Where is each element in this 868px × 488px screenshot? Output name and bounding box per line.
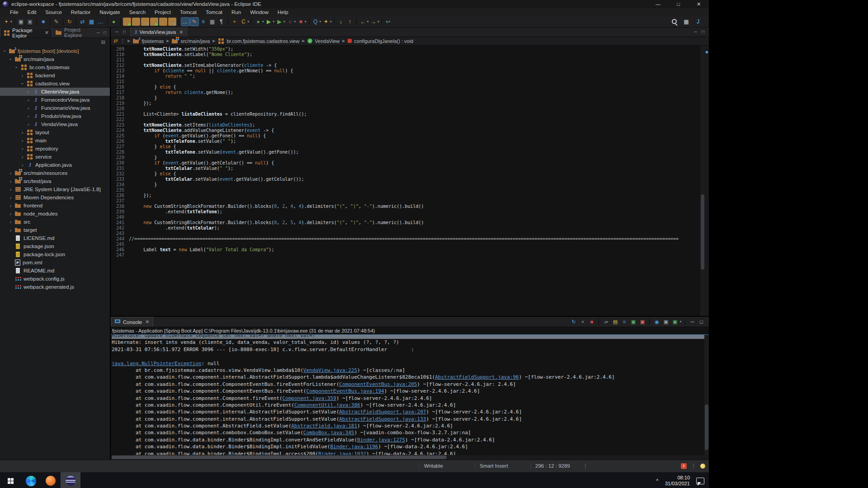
menu-item-project[interactable]: Project (150, 8, 175, 16)
menu-item-help[interactable]: Help (273, 8, 293, 16)
terminate-icon[interactable]: ■ (588, 318, 595, 326)
stacktrace-link[interactable]: AbstractFieldSupport.java:207 (339, 409, 426, 415)
tree-item-backend[interactable]: ›backend (0, 71, 110, 80)
restore-view-icon[interactable]: ─ (115, 29, 118, 34)
server-config-icon[interactable]: ⇄ (79, 18, 87, 26)
breadcrumb-menu-icon[interactable]: ⋮ (120, 38, 125, 43)
stacktrace-link[interactable]: Binder.java:1196 (330, 444, 378, 450)
tree-item-funcionarioview-java[interactable]: ›JFuncionarioView.java (0, 104, 110, 112)
new-java-element-icon[interactable]: + (231, 18, 239, 26)
back-dropdown-icon[interactable]: ▾ (367, 20, 369, 23)
tree-arrow-icon[interactable]: › (14, 66, 19, 70)
java-perspective-icon[interactable]: J (694, 18, 702, 26)
tree-item-pom-xml[interactable]: Ppom.xml (0, 258, 110, 267)
refresh-icon[interactable]: ↻ (66, 18, 74, 26)
tree-arrow-icon[interactable]: › (9, 219, 13, 225)
coverage-dropdown-icon[interactable]: ▾ (283, 20, 285, 23)
tree-arrow-icon[interactable]: › (9, 170, 13, 176)
editor-scrollbar-thumb[interactable] (701, 194, 704, 270)
tree-arrow-icon[interactable]: › (20, 154, 24, 160)
tree-item-clienteview-java[interactable]: ›JClienteView.java (0, 88, 110, 96)
forward-dropdown-icon[interactable]: ▾ (377, 20, 379, 23)
tree-arrow-icon[interactable]: › (26, 122, 30, 127)
menu-item-search[interactable]: Search (125, 8, 150, 16)
maximize-button[interactable]: □ (668, 0, 689, 8)
console-hscrollbar-thumb[interactable] (112, 455, 447, 459)
scroll-lock-icon[interactable]: ▤ (611, 318, 619, 326)
taskbar-eclipse-button[interactable] (61, 472, 80, 488)
external-tools-icon[interactable]: ■ (297, 18, 305, 26)
menu-item-run[interactable]: Run (227, 8, 245, 16)
tree-arrow-icon[interactable]: › (20, 138, 24, 143)
menu-item-file[interactable]: File (5, 8, 23, 16)
tree-item-package-json[interactable]: package.json (0, 242, 110, 250)
tree-item-br-com-fjsistemas[interactable]: ›br.com.fjsistemas (0, 63, 110, 71)
tree-item-cadastros-view[interactable]: ›cadastros.view (0, 80, 110, 88)
tree-item-node-modules[interactable]: ›node_modules (0, 210, 110, 218)
breadcrumb-item-vendaview[interactable]: CVendaView (307, 38, 340, 44)
menu-item-refactor[interactable]: Refactor (66, 8, 95, 16)
taskbar-edge-button[interactable] (21, 472, 41, 488)
tree-item-repository[interactable]: ›repository (0, 145, 110, 153)
stacktrace-link[interactable]: AbstractFieldSupport.java:96 (435, 374, 519, 380)
close-icon[interactable]: ✕ (45, 30, 49, 36)
tree-item-layout[interactable]: ›layout (0, 128, 110, 136)
tree-arrow-icon[interactable]: › (9, 187, 13, 192)
menu-item-source[interactable]: Source (41, 8, 66, 16)
tree-item-webpack-generated-js[interactable]: webpack.generated.js (0, 283, 110, 291)
tree-arrow-icon[interactable]: › (20, 130, 24, 135)
tree-item-service[interactable]: ›service (0, 153, 110, 161)
tree-item-frontend[interactable]: ›frontend (0, 202, 110, 210)
tips-icon[interactable] (700, 464, 705, 469)
menu-item-window[interactable]: Window (245, 8, 273, 16)
tree-item-src-main-java[interactable]: ›src/main/java (0, 55, 110, 63)
stacktrace-link[interactable]: ComboBox.java:345 (303, 430, 354, 436)
new-class-dropdown-icon[interactable]: ▾ (248, 20, 250, 23)
stacktrace-link[interactable]: AbstractFieldSupport.java:133 (339, 416, 426, 422)
pin-console-icon[interactable]: ◉ (653, 318, 660, 326)
tree-arrow-icon[interactable]: › (20, 162, 24, 168)
show-whitespace-icon[interactable]: ▦ (208, 18, 217, 26)
collapse-all-icon[interactable]: ⊟ (101, 39, 105, 45)
show-stderr-icon[interactable]: ▣ (638, 318, 646, 326)
run-dropdown-icon[interactable]: ▾ (273, 20, 275, 23)
tree-arrow-icon[interactable]: › (20, 82, 25, 86)
tree-arrow-icon[interactable]: › (26, 113, 30, 119)
coverage-icon[interactable]: ▶ (275, 18, 283, 26)
open-console-icon[interactable]: ▣ (671, 318, 679, 326)
taskbar-clock[interactable]: 08:10 31/03/2021 (665, 475, 690, 487)
minimize-view-icon[interactable]: ─ (97, 30, 100, 35)
tree-arrow-icon[interactable]: › (9, 203, 13, 208)
tab-vendaview-java[interactable]: J VendaView.java ✕ (130, 28, 187, 37)
tree-item-license-md[interactable]: LICENSE.md (0, 234, 110, 242)
tree-item-produtoview-java[interactable]: ›JProdutoView.java (0, 112, 110, 120)
tree-arrow-icon[interactable]: › (9, 178, 13, 184)
debug-dropdown-icon[interactable]: ▾ (262, 20, 264, 23)
tomcat-start-1-icon[interactable]: ▶ (123, 18, 131, 26)
next-annotation-icon[interactable]: ↓ (337, 18, 345, 26)
tree-arrow-icon[interactable]: › (8, 57, 14, 61)
tree-arrow-icon[interactable]: › (26, 89, 30, 94)
tab-console[interactable]: Console ✕ (111, 317, 153, 327)
external-tools-dropdown-icon[interactable]: ▾ (305, 20, 307, 23)
relaunch-icon[interactable]: ↻ (570, 318, 577, 326)
tree-arrow-icon[interactable]: › (26, 105, 30, 111)
tab-project-explorer[interactable]: Project Explore (52, 28, 97, 38)
toggle-breadcrumb-icon[interactable]: ✎ (190, 18, 198, 26)
console-scrollbar[interactable] (704, 335, 709, 455)
tree-item-fornecedorview-java[interactable]: ›JFornecedorView.java (0, 96, 110, 104)
stacktrace-link[interactable]: Component.java:359 (283, 395, 336, 401)
tree-item-application-java[interactable]: ›JApplication.java (0, 161, 110, 169)
new-wizard-dropdown-icon[interactable]: ▾ (10, 20, 12, 23)
tree-arrow-icon[interactable]: › (9, 211, 13, 216)
open-type-icon[interactable]: Q (311, 18, 320, 26)
menu-item-edit[interactable]: Edit (23, 8, 41, 16)
show-stdout-icon[interactable]: ▣ (629, 318, 637, 326)
prev-annotation-icon[interactable]: ↑ (346, 18, 354, 26)
edit-pencil-icon[interactable]: ✎ (52, 18, 61, 26)
tomcat-stop-2-icon[interactable]: × (159, 18, 167, 26)
menu-item-tomcat-1[interactable]: Tomcat (175, 8, 201, 16)
save-all-icon[interactable]: ▣ (26, 18, 34, 26)
stacktrace-link[interactable]: AbstractField.java:181 (291, 423, 357, 429)
mark-occurrences-icon[interactable]: … (181, 18, 189, 26)
